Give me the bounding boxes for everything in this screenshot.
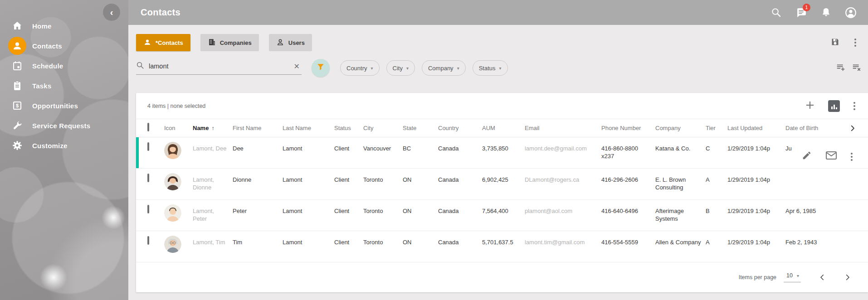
cell-tier: C	[706, 137, 727, 168]
filter-chip-status[interactable]: Status ▾	[473, 60, 508, 76]
avatar	[164, 173, 181, 190]
home-icon	[8, 17, 26, 35]
cell-city: Vancouver	[363, 137, 403, 168]
cell-tier: B	[706, 200, 727, 231]
page-size-select[interactable]: 10 ▾	[784, 272, 801, 282]
cell-aum: 5,701,637.5	[482, 231, 525, 262]
bell-icon[interactable]	[820, 7, 832, 19]
cell-aum: 6,902,425	[482, 169, 525, 199]
cell-last-updated: 1/29/2019 1:04p	[727, 231, 785, 262]
row-hover-actions	[795, 137, 857, 168]
column-header-state[interactable]: State	[403, 119, 438, 137]
sidebar-item-opportunities[interactable]: $ Opportunities	[0, 96, 128, 116]
scroll-columns-right-icon[interactable]	[848, 124, 857, 134]
row-checkbox[interactable]	[147, 174, 149, 182]
items-per-page-label: Items per page	[739, 274, 776, 281]
cell-first-name: Peter	[233, 200, 283, 231]
cell-country: Canada	[438, 169, 482, 199]
tab-label: Companies	[220, 39, 252, 46]
toolbar-kebab-menu[interactable]	[853, 38, 857, 48]
tab-companies[interactable]: Companies	[200, 34, 259, 51]
gear-icon	[8, 136, 26, 155]
sidebar-item-tasks[interactable]: Tasks	[0, 76, 128, 96]
table-row[interactable]: Lamont, Dionne Dionne Lamont Client Toro…	[136, 169, 868, 200]
person-icon	[8, 37, 26, 55]
column-header-last-name[interactable]: Last Name	[283, 119, 334, 137]
sidebar-item-schedule[interactable]: Schedule	[0, 56, 128, 76]
cell-phone: 416-640-6496	[601, 200, 655, 231]
filter-funnel-button[interactable]	[312, 59, 330, 77]
chart-view-button[interactable]	[828, 100, 840, 112]
cell-email: lamont.tim@gmail.com	[525, 231, 601, 262]
playlist-remove-icon[interactable]	[852, 62, 862, 74]
column-header-tier[interactable]: Tier	[706, 119, 727, 137]
sidebar-item-contacts[interactable]: Contacts	[0, 36, 128, 56]
chevron-down-icon: ▾	[406, 66, 409, 71]
filter-bar: ✕ Country ▾ City ▾ Company ▾ Status ▾	[128, 58, 868, 77]
cell-name: Lamont, Tim	[193, 231, 233, 262]
search-icon	[136, 61, 144, 71]
row-kebab-menu[interactable]	[851, 153, 853, 161]
playlist-add-icon[interactable]	[836, 62, 846, 74]
row-checkbox[interactable]	[147, 205, 149, 213]
email-icon[interactable]	[825, 150, 837, 163]
cell-state: BC	[403, 137, 438, 168]
column-header-aum[interactable]: AUM	[482, 119, 525, 137]
cell-aum: 7,564,400	[482, 200, 525, 231]
sidebar-item-label: Schedule	[32, 62, 63, 70]
cell-last-name: Lamont	[283, 200, 334, 231]
wrench-icon	[8, 116, 26, 135]
messages-icon[interactable]: 1	[795, 7, 807, 19]
add-contact-button[interactable]	[805, 100, 815, 112]
cell-email: plamont@aol.com	[525, 200, 601, 231]
clear-search-icon[interactable]: ✕	[292, 62, 302, 71]
select-all-checkbox[interactable]	[147, 123, 149, 131]
person-outline-icon	[276, 38, 284, 48]
cell-first-name: Dionne	[233, 169, 283, 199]
cell-company: E. L. Brown Consulting	[655, 169, 706, 199]
column-header-city[interactable]: City	[363, 119, 403, 137]
chevron-left-icon: ‹	[110, 7, 113, 18]
edit-icon[interactable]	[802, 150, 812, 163]
cell-tier: A	[706, 169, 727, 199]
column-header-email[interactable]: Email	[525, 119, 601, 137]
column-header-company[interactable]: Company	[655, 119, 706, 137]
filter-chip-city[interactable]: City ▾	[386, 60, 415, 76]
tab-users[interactable]: Users	[269, 34, 312, 51]
column-header-name[interactable]: Name↑	[193, 119, 233, 137]
search-input[interactable]	[149, 63, 292, 70]
search-icon[interactable]	[770, 7, 782, 19]
sidebar: ‹ Home Contacts Schedule Tasks	[0, 0, 128, 300]
grid-kebab-menu[interactable]	[853, 101, 856, 111]
cell-status: Client	[334, 137, 363, 168]
filter-chip-country[interactable]: Country ▾	[340, 60, 380, 76]
column-header-country[interactable]: Country	[438, 119, 482, 137]
cell-state: ON	[403, 231, 438, 262]
row-checkbox[interactable]	[147, 142, 149, 151]
topbar: Contacts 1	[128, 0, 868, 25]
cell-name: Lamont, Peter	[193, 200, 233, 231]
account-icon[interactable]	[845, 7, 857, 19]
sidebar-item-service-requests[interactable]: Service Requests	[0, 116, 128, 135]
cell-aum: 3,735,850	[482, 137, 525, 168]
next-page-button[interactable]	[844, 273, 852, 281]
column-header-first-name[interactable]: First Name	[233, 119, 283, 137]
sidebar-item-customize[interactable]: Customize	[0, 135, 128, 155]
save-view-button[interactable]	[830, 37, 840, 48]
sidebar-collapse-button[interactable]: ‹	[103, 4, 120, 21]
row-checkbox[interactable]	[147, 236, 149, 245]
previous-page-button[interactable]	[818, 273, 826, 281]
select-all-checkbox-cell	[136, 119, 164, 137]
column-header-icon[interactable]: Icon	[164, 119, 193, 137]
cell-name: Lamont, Dee	[193, 137, 233, 168]
table-row[interactable]: Lamont, Peter Peter Lamont Client Toront…	[136, 200, 868, 231]
filter-chip-company[interactable]: Company ▾	[422, 60, 466, 76]
column-header-phone[interactable]: Phone Number	[601, 119, 655, 137]
column-header-last-updated[interactable]: Last Updated	[727, 119, 785, 137]
column-header-status[interactable]: Status	[334, 119, 363, 137]
cell-last-updated: 1/29/2019 1:04p	[727, 200, 785, 231]
cell-email: lamont.dee@gmail.com	[525, 137, 601, 168]
table-row[interactable]: Lamont, Dee Dee Lamont Client Vancouver …	[136, 137, 868, 169]
tab-contacts[interactable]: *Contacts	[136, 34, 190, 51]
table-row[interactable]: Lamont, Tim Tim Lamont Client Toronto ON…	[136, 231, 868, 262]
